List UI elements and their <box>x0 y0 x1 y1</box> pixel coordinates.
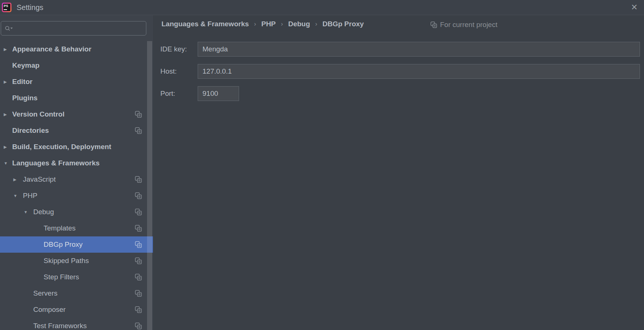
project-level-icon <box>135 323 142 330</box>
sidebar-item-step-filters[interactable]: Step Filters <box>0 269 153 285</box>
chevron-down-icon[interactable]: ▼ <box>4 161 8 165</box>
project-level-icon <box>135 176 142 183</box>
chevron-right-icon[interactable]: ▶ <box>13 177 16 182</box>
chevron-right-icon[interactable]: ▶ <box>4 145 7 149</box>
breadcrumb: Languages & Frameworks›PHP›Debug›DBGp Pr… <box>161 18 364 30</box>
sidebar-item-appearance-behavior[interactable]: ▶Appearance & Behavior <box>0 41 153 57</box>
breadcrumb-item-dbgp-proxy[interactable]: DBGp Proxy <box>323 20 364 28</box>
sidebar-item-label: DBGp Proxy <box>44 240 83 249</box>
breadcrumb-separator: › <box>254 20 256 28</box>
sidebar-item-label: Servers <box>33 289 57 297</box>
chevron-down-icon[interactable]: ▼ <box>24 210 28 214</box>
form-row-port: Port: <box>160 86 640 101</box>
settings-tree: ▶Appearance & BehaviorKeymap▶EditorPlugi… <box>0 41 153 330</box>
field-label-port: Port: <box>160 90 198 98</box>
sidebar-item-plugins[interactable]: Plugins <box>0 90 153 106</box>
sidebar-item-templates[interactable]: Templates <box>0 220 153 236</box>
project-level-icon <box>135 127 142 134</box>
current-project-icon <box>430 21 437 28</box>
sidebar-item-version-control[interactable]: ▶Version Control <box>0 106 153 122</box>
phpstorm-logo-icon: PS <box>2 3 11 12</box>
search-icon <box>5 26 13 31</box>
field-label-ide-key: IDE key: <box>160 45 198 53</box>
breadcrumb-separator: › <box>281 20 283 28</box>
chevron-right-icon[interactable]: ▶ <box>4 80 7 84</box>
sidebar-item-label: Skipped Paths <box>44 257 89 265</box>
sidebar-item-php[interactable]: ▼PHP <box>0 188 153 204</box>
phpstorm-logo-text: PS <box>4 4 8 8</box>
sidebar-item-label: Plugins <box>12 94 38 102</box>
chevron-right-icon[interactable]: ▶ <box>4 47 7 52</box>
sidebar-item-directories[interactable]: Directories <box>0 122 153 139</box>
project-level-icon <box>135 241 142 248</box>
scope-label: For current project <box>440 21 497 29</box>
sidebar-item-keymap[interactable]: Keymap <box>0 57 153 74</box>
search-box[interactable] <box>1 21 146 36</box>
chevron-right-icon[interactable]: ▶ <box>4 112 7 117</box>
project-level-icon <box>135 111 142 118</box>
sidebar-item-languages-frameworks[interactable]: ▼Languages & Frameworks <box>0 155 153 171</box>
settings-content: Languages & Frameworks›PHP›Debug›DBGp Pr… <box>153 15 644 330</box>
sidebar-item-label: Keymap <box>12 61 40 70</box>
project-level-icon <box>135 209 142 216</box>
sidebar-item-label: Appearance & Behavior <box>12 45 91 53</box>
chevron-down-icon[interactable]: ▼ <box>13 193 17 198</box>
settings-sidebar: ▶Appearance & BehaviorKeymap▶EditorPlugi… <box>0 15 153 330</box>
field-input-ide-key[interactable] <box>198 42 640 57</box>
sidebar-item-label: Step Filters <box>44 273 79 281</box>
sidebar-item-label: Templates <box>44 224 76 232</box>
sidebar-scrollbar[interactable] <box>147 41 152 330</box>
titlebar: PS Settings ✕ <box>0 0 644 15</box>
sidebar-item-build-execution-deployment[interactable]: ▶Build, Execution, Deployment <box>0 139 153 155</box>
field-label-host: Host: <box>160 67 198 75</box>
sidebar-item-label: Debug <box>33 208 54 216</box>
field-input-port[interactable] <box>198 86 239 101</box>
sidebar-item-dbgp-proxy[interactable]: DBGp Proxy <box>0 236 153 253</box>
close-icon[interactable]: ✕ <box>631 3 638 11</box>
field-input-host[interactable] <box>198 64 640 79</box>
project-level-icon <box>135 192 142 199</box>
sidebar-item-label: Directories <box>12 127 49 135</box>
scope-indicator: For current project <box>430 21 497 29</box>
proxy-form: IDE key:Host:Port: <box>160 42 640 108</box>
search-input[interactable] <box>13 24 146 32</box>
sidebar-item-javascript[interactable]: ▶JavaScript <box>0 171 153 188</box>
form-row-ide-key: IDE key: <box>160 42 640 57</box>
sidebar-item-servers[interactable]: Servers <box>0 285 153 302</box>
breadcrumb-item-debug[interactable]: Debug <box>288 20 310 28</box>
sidebar-item-label: Version Control <box>12 110 64 118</box>
breadcrumb-item-php[interactable]: PHP <box>261 20 276 28</box>
project-level-icon <box>135 306 142 313</box>
sidebar-item-skipped-paths[interactable]: Skipped Paths <box>0 253 153 269</box>
settings-window: PS Settings ✕ ▶Appearance & BehaviorKeym… <box>0 0 644 330</box>
sidebar-item-label: Editor <box>12 78 33 86</box>
project-level-icon <box>135 257 142 265</box>
sidebar-item-composer[interactable]: Composer <box>0 302 153 318</box>
sidebar-item-test-frameworks[interactable]: Test Frameworks <box>0 318 153 330</box>
settings-body: ▶Appearance & BehaviorKeymap▶EditorPlugi… <box>0 15 644 330</box>
sidebar-item-editor[interactable]: ▶Editor <box>0 74 153 90</box>
project-level-icon <box>135 290 142 297</box>
sidebar-item-label: Composer <box>33 306 66 314</box>
sidebar-item-debug[interactable]: ▼Debug <box>0 204 153 220</box>
window-title: Settings <box>17 3 43 12</box>
breadcrumb-separator: › <box>315 20 317 28</box>
project-level-icon <box>135 274 142 281</box>
breadcrumb-item-languages-frameworks[interactable]: Languages & Frameworks <box>161 20 249 28</box>
form-row-host: Host: <box>160 64 640 79</box>
phpstorm-logo-underscore <box>4 9 7 10</box>
sidebar-item-label: JavaScript <box>23 175 56 183</box>
sidebar-item-label: PHP <box>23 192 37 200</box>
search-history-chevron-icon <box>10 27 13 29</box>
sidebar-item-label: Test Frameworks <box>33 322 87 330</box>
sidebar-item-label: Languages & Frameworks <box>12 159 100 167</box>
project-level-icon <box>135 225 142 232</box>
sidebar-item-label: Build, Execution, Deployment <box>12 143 111 151</box>
